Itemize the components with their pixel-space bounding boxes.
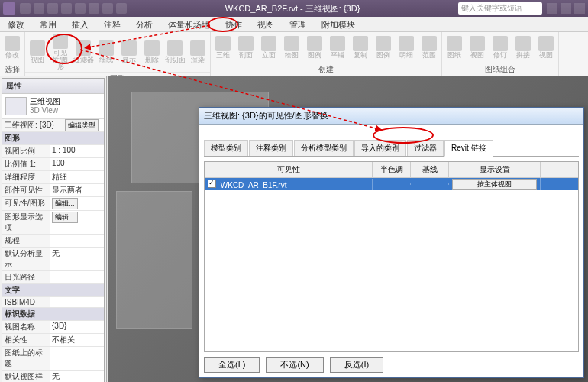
link-row[interactable]: WKCD_AR_B1F.rvt按主体视图: [205, 178, 578, 190]
halftone-cell[interactable]: [373, 183, 411, 185]
underlay-cell[interactable]: [411, 183, 449, 185]
tab-home[interactable]: 常用: [32, 17, 64, 31]
property-key: 部件可见性: [2, 184, 50, 196]
property-value[interactable]: {3D}: [50, 321, 104, 333]
grid-header[interactable]: 基线: [411, 162, 449, 177]
titlebar-right: [547, 3, 585, 14]
property-value[interactable]: [50, 347, 104, 370]
type-selector[interactable]: 三维视图 3D View: [2, 94, 104, 119]
dialog-title: 三维视图: {3D}的可见性/图形替换: [199, 108, 583, 125]
qat-undo-icon[interactable]: [47, 3, 58, 14]
property-value[interactable]: 显示两者: [50, 184, 104, 196]
ribbon-button[interactable]: 明细: [396, 34, 417, 61]
edit-button[interactable]: 编辑...: [52, 212, 78, 223]
link-name-cell[interactable]: WKCD_AR_B1F.rvt: [205, 179, 373, 190]
property-value[interactable]: [50, 271, 104, 283]
instance-selector[interactable]: 三维视图: {3D}: [2, 119, 65, 131]
property-value[interactable]: 精细: [50, 171, 104, 183]
property-value[interactable]: 无: [50, 248, 104, 270]
qat-redo-icon[interactable]: [61, 3, 72, 14]
ribbon-button[interactable]: 细线: [95, 34, 117, 70]
qat-save-icon[interactable]: [34, 3, 44, 14]
select-all-button[interactable]: 全选(L): [204, 357, 260, 373]
select-none-button[interactable]: 不选(N): [266, 357, 323, 373]
qat-icon[interactable]: [89, 3, 99, 14]
ribbon-button[interactable]: 平铺: [327, 34, 348, 61]
ribbon-button[interactable]: 图纸: [444, 34, 465, 61]
ribbon-button[interactable]: 视图: [27, 34, 48, 70]
qat-icon[interactable]: [116, 3, 127, 14]
property-value[interactable]: 编辑...: [50, 197, 104, 210]
property-value[interactable]: [50, 297, 104, 307]
property-group-header[interactable]: 文字: [2, 284, 104, 297]
property-value[interactable]: 100: [50, 158, 104, 170]
tab-modify[interactable]: 修改: [0, 17, 32, 31]
dialog-tab[interactable]: Revit 链接: [444, 140, 493, 157]
user-icon[interactable]: [547, 3, 557, 14]
property-key: ISBIM4D: [2, 297, 50, 307]
ribbon-button[interactable]: 修改: [2, 34, 23, 61]
edit-button[interactable]: 编辑...: [52, 198, 78, 209]
dialog-tab[interactable]: 模型类别: [204, 140, 248, 156]
help-search-input[interactable]: 键入关键字或短语: [458, 2, 542, 15]
ribbon-button[interactable]: 渲染: [187, 34, 208, 70]
qat-print-icon[interactable]: [75, 3, 86, 14]
tab-analyze[interactable]: 分析: [128, 17, 160, 31]
ribbon-button[interactable]: 拼接: [512, 34, 534, 61]
ribbon-button[interactable]: 视图: [535, 34, 557, 61]
ribbon-button[interactable]: 绘图: [281, 34, 302, 61]
ribbon-button[interactable]: 过滤器: [73, 34, 94, 70]
property-row: 可见性/图形编辑...: [2, 197, 104, 211]
edit-type-button[interactable]: 编辑类型: [65, 119, 99, 131]
qat-open-icon[interactable]: [20, 3, 31, 14]
qat-icon[interactable]: [102, 3, 113, 14]
grid-header[interactable]: 显示设置: [449, 162, 541, 177]
property-group-header[interactable]: 图形: [2, 132, 104, 145]
ribbon-button[interactable]: 图例: [304, 34, 325, 61]
property-value[interactable]: 无: [50, 371, 104, 382]
tab-view[interactable]: 视图: [250, 17, 282, 31]
tab-annotate[interactable]: 注释: [96, 17, 128, 31]
minimize-icon[interactable]: [574, 3, 585, 14]
tab-collab[interactable]: 协作: [218, 17, 250, 31]
invert-button[interactable]: 反选(I): [330, 357, 383, 373]
dialog-tab[interactable]: 导入的类别: [354, 140, 406, 156]
app-logo[interactable]: [3, 2, 15, 15]
ribbon-button[interactable]: 修订: [489, 34, 511, 61]
tab-massing[interactable]: 体量和场地: [160, 17, 218, 31]
tab-manage[interactable]: 管理: [282, 17, 314, 31]
display-settings-button[interactable]: 按主体视图: [452, 179, 537, 190]
ribbon-button[interactable]: 剖面: [235, 34, 257, 61]
property-value[interactable]: 编辑...: [50, 211, 104, 234]
property-key: 图形显示选项: [2, 211, 50, 234]
property-value[interactable]: 不相关: [50, 334, 104, 346]
ribbon-button[interactable]: 删除: [141, 34, 163, 70]
ribbon-button[interactable]: 可见性/图形: [50, 34, 71, 70]
property-key: 比例值 1:: [2, 158, 50, 170]
help-icon[interactable]: [561, 3, 571, 14]
dialog-tab[interactable]: 注释类别: [249, 140, 293, 156]
ribbon-button[interactable]: 剖切面: [164, 34, 186, 70]
visibility-checkbox[interactable]: [208, 180, 216, 188]
ribbon-button[interactable]: 显示: [118, 34, 140, 70]
dialog-tab[interactable]: 过滤器: [407, 140, 444, 156]
grid-header[interactable]: 半色调: [373, 162, 411, 177]
property-group-header[interactable]: 标识数据: [2, 308, 104, 321]
tab-insert[interactable]: 插入: [64, 17, 96, 31]
grid-header[interactable]: 可见性: [205, 162, 373, 177]
display-settings-cell[interactable]: 按主体视图: [449, 178, 541, 191]
ribbon-button[interactable]: 复制: [350, 34, 371, 61]
ribbon-button[interactable]: 立面: [258, 34, 279, 61]
ribbon-button[interactable]: 三维: [212, 34, 234, 61]
property-value[interactable]: 1 : 100: [50, 145, 104, 157]
ribbon-label: 视图: [470, 52, 484, 59]
ribbon-button[interactable]: 图例: [373, 34, 394, 61]
property-value[interactable]: [50, 235, 104, 247]
ribbon-label: 过滤器: [73, 57, 94, 63]
property-row: 日光路径: [2, 271, 104, 284]
dialog-tab[interactable]: 分析模型类别: [294, 140, 354, 156]
tab-addins[interactable]: 附加模块: [314, 17, 363, 31]
ribbon-button[interactable]: 视图: [467, 34, 488, 61]
ribbon-button[interactable]: 范围: [418, 34, 440, 61]
ribbon-group: 视图可见性/图形过滤器细线显示删除剖切面渲染图形: [25, 32, 211, 76]
